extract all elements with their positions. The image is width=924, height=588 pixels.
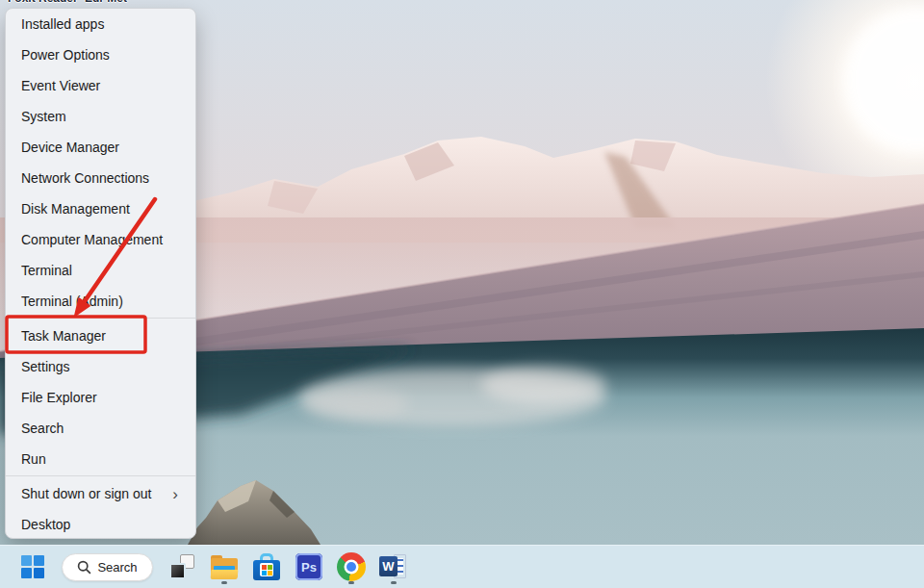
search-label: Search bbox=[97, 560, 137, 575]
desktop-icon-label[interactable]: Edr Met bbox=[85, 0, 127, 5]
menu-divider bbox=[6, 318, 195, 319]
menu-item-installed-apps[interactable]: Installed apps bbox=[6, 9, 195, 39]
running-indicator bbox=[391, 581, 397, 584]
menu-item-device-manager[interactable]: Device Manager bbox=[6, 132, 195, 163]
word-button[interactable]: W bbox=[374, 548, 413, 586]
microsoft-store-button[interactable] bbox=[247, 548, 286, 586]
menu-item-run[interactable]: Run bbox=[6, 444, 195, 474]
start-button[interactable] bbox=[13, 548, 52, 586]
menu-item-settings[interactable]: Settings bbox=[6, 351, 195, 382]
winx-context-menu: Installed apps Power Options Event Viewe… bbox=[5, 8, 196, 539]
search-icon bbox=[77, 560, 91, 575]
word-icon: W bbox=[379, 553, 408, 580]
task-view-button[interactable] bbox=[163, 548, 201, 586]
taskbar: Search Ps bbox=[0, 545, 924, 588]
menu-item-shut-down-or-sign-out[interactable]: Shut down or sign out › bbox=[6, 478, 195, 509]
desktop-icon-label[interactable]: Foxit Reader bbox=[8, 0, 78, 5]
menu-item-label: Shut down or sign out bbox=[21, 486, 151, 501]
menu-item-search[interactable]: Search bbox=[6, 413, 195, 444]
menu-item-computer-management[interactable]: Computer Management bbox=[6, 224, 195, 255]
menu-divider bbox=[6, 475, 195, 476]
menu-item-terminal-admin[interactable]: Terminal (Admin) bbox=[6, 286, 195, 317]
menu-item-system[interactable]: System bbox=[6, 101, 195, 132]
chrome-icon bbox=[337, 552, 366, 581]
photoshop-icon: Ps bbox=[295, 553, 322, 580]
windows-logo-icon bbox=[21, 555, 44, 578]
running-indicator bbox=[348, 581, 354, 584]
desktop-screen: Foxit Reader Edr Met Installed apps Powe… bbox=[0, 0, 924, 588]
file-explorer-button[interactable] bbox=[205, 548, 244, 586]
task-view-icon bbox=[169, 554, 194, 579]
menu-item-file-explorer[interactable]: File Explorer bbox=[6, 382, 195, 413]
running-indicator bbox=[221, 581, 227, 584]
file-explorer-icon bbox=[210, 554, 239, 580]
microsoft-store-icon bbox=[253, 553, 280, 580]
menu-item-power-options[interactable]: Power Options bbox=[6, 39, 195, 70]
menu-item-desktop[interactable]: Desktop bbox=[6, 509, 195, 540]
chevron-right-icon: › bbox=[172, 486, 178, 502]
menu-item-event-viewer[interactable]: Event Viewer bbox=[6, 70, 195, 101]
desktop-icon-labels: Foxit Reader Edr Met bbox=[0, 0, 924, 8]
chrome-button[interactable] bbox=[332, 548, 371, 586]
menu-item-disk-management[interactable]: Disk Management bbox=[6, 193, 195, 224]
menu-item-terminal[interactable]: Terminal bbox=[6, 255, 195, 286]
photoshop-button[interactable]: Ps bbox=[290, 548, 328, 586]
taskbar-search-box[interactable]: Search bbox=[62, 553, 153, 581]
menu-item-network-connections[interactable]: Network Connections bbox=[6, 163, 195, 193]
menu-item-task-manager[interactable]: Task Manager bbox=[6, 320, 195, 351]
